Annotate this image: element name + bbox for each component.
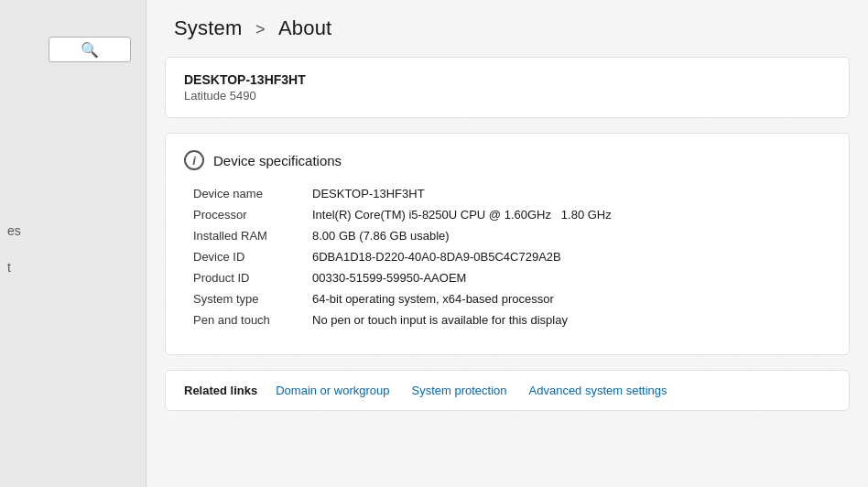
main-content: System > About DESKTOP-13HF3HT Latitude … bbox=[146, 0, 868, 487]
device-header-card: DESKTOP-13HF3HT Latitude 5490 bbox=[165, 57, 850, 118]
spec-value-processor: Intel(R) Core(TM) i5-8250U CPU @ 1.60GHz… bbox=[312, 208, 612, 222]
sidebar-item-es[interactable]: es bbox=[0, 220, 28, 242]
device-model: Latitude 5490 bbox=[184, 89, 830, 103]
spec-row-device-name: Device name DESKTOP-13HF3HT bbox=[193, 187, 830, 200]
link-advanced-system-settings[interactable]: Advanced system settings bbox=[529, 384, 667, 397]
sidebar: 🔍 es t bbox=[0, 0, 146, 487]
spec-value-device-id: 6DBA1D18-D220-40A0-8DA9-0B5C4C729A2B bbox=[312, 250, 561, 264]
spec-value-product-id: 00330-51599-59950-AAOEM bbox=[312, 271, 466, 285]
specs-table: Device name DESKTOP-13HF3HT Processor In… bbox=[184, 187, 830, 327]
spec-row-system-type: System type 64-bit operating system, x64… bbox=[193, 292, 830, 306]
spec-label-device-name: Device name bbox=[193, 187, 312, 200]
search-icon: 🔍 bbox=[81, 41, 99, 59]
breadcrumb-current: About bbox=[278, 16, 332, 39]
link-domain-or-workgroup[interactable]: Domain or workgroup bbox=[276, 384, 389, 397]
spec-row-pen-and-touch: Pen and touch No pen or touch input is a… bbox=[193, 313, 830, 327]
spec-row-processor: Processor Intel(R) Core(TM) i5-8250U CPU… bbox=[193, 208, 830, 222]
spec-label-pen-and-touch: Pen and touch bbox=[193, 313, 312, 327]
specs-header: i Device specifications bbox=[184, 150, 830, 170]
related-links-label: Related links bbox=[184, 384, 257, 397]
breadcrumb-parent[interactable]: System bbox=[174, 16, 243, 39]
spec-value-device-name: DESKTOP-13HF3HT bbox=[312, 187, 425, 200]
specs-title: Device specifications bbox=[213, 153, 342, 168]
spec-label-installed-ram: Installed RAM bbox=[193, 229, 312, 243]
specs-card: i Device specifications Device name DESK… bbox=[165, 133, 850, 355]
spec-label-product-id: Product ID bbox=[193, 271, 312, 285]
search-box[interactable]: 🔍 bbox=[49, 37, 131, 62]
spec-value-system-type: 64-bit operating system, x64-based proce… bbox=[312, 292, 554, 306]
related-links-card: Related links Domain or workgroup System… bbox=[165, 370, 850, 411]
spec-value-installed-ram: 8.00 GB (7.86 GB usable) bbox=[312, 229, 450, 243]
link-system-protection[interactable]: System protection bbox=[411, 384, 506, 397]
breadcrumb-separator: > bbox=[255, 20, 266, 38]
device-hostname: DESKTOP-13HF3HT bbox=[184, 72, 830, 87]
spec-label-processor: Processor bbox=[193, 208, 312, 222]
breadcrumb: System > About bbox=[146, 0, 868, 57]
spec-row-installed-ram: Installed RAM 8.00 GB (7.86 GB usable) bbox=[193, 229, 830, 243]
spec-label-system-type: System type bbox=[193, 292, 312, 306]
spec-label-device-id: Device ID bbox=[193, 250, 312, 264]
sidebar-item-t[interactable]: t bbox=[0, 256, 18, 278]
spec-row-product-id: Product ID 00330-51599-59950-AAOEM bbox=[193, 271, 830, 285]
spec-value-pen-and-touch: No pen or touch input is available for t… bbox=[312, 313, 568, 327]
info-icon: i bbox=[184, 150, 204, 170]
spec-row-device-id: Device ID 6DBA1D18-D220-40A0-8DA9-0B5C4C… bbox=[193, 250, 830, 264]
